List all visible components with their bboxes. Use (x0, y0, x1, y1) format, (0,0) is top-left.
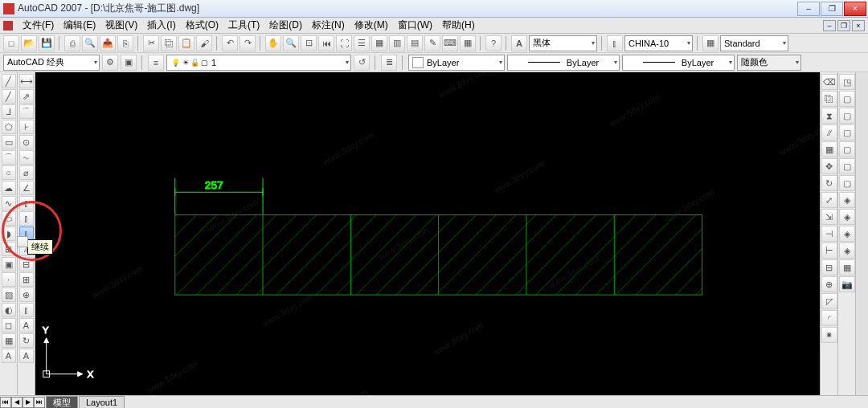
dim-break-icon[interactable]: ⊟ (19, 257, 34, 271)
preview-icon[interactable]: 🔍 (82, 35, 98, 51)
scale-icon[interactable]: ⤢ (821, 192, 837, 208)
left-view-icon[interactable]: ▢ (839, 124, 855, 141)
camera-icon[interactable]: 📷 (839, 276, 855, 292)
ellipse-tool-icon[interactable]: ⬭ (2, 211, 16, 226)
hatch-tool-icon[interactable]: ▨ (2, 288, 16, 302)
spline-tool-icon[interactable]: ∿ (2, 196, 16, 210)
layer-select[interactable]: 💡 ☀ 🔓 ▢ 1 (166, 55, 351, 71)
menu-modify[interactable]: 修改(M) (350, 18, 393, 32)
mdi-minimize-button[interactable]: – (823, 20, 836, 31)
break-icon[interactable]: ⊟ (821, 259, 837, 275)
maximize-button[interactable]: ❐ (821, 2, 843, 16)
drawing-canvas[interactable]: X Y 257 (35, 72, 820, 395)
menu-help[interactable]: 帮助(H) (437, 18, 480, 32)
namedviews-icon[interactable]: ▦ (839, 259, 855, 275)
properties-icon[interactable]: ☰ (354, 35, 370, 51)
textstyle-a-icon[interactable]: A (511, 35, 527, 51)
menu-tools[interactable]: 工具(T) (223, 18, 264, 32)
textstyle-select[interactable]: Standard (720, 35, 788, 51)
stretch-icon[interactable]: ⇲ (821, 209, 837, 225)
menu-view[interactable]: 视图(V) (100, 18, 142, 32)
menu-edit[interactable]: 编辑(E) (59, 18, 100, 32)
mdi-restore-button[interactable]: ❐ (837, 20, 850, 31)
redo-icon[interactable]: ↷ (240, 35, 256, 51)
quickcalc-icon[interactable]: ⌨ (442, 35, 458, 51)
zoom-realtime-icon[interactable]: 🔍 (283, 35, 299, 51)
menu-file[interactable]: 文件(F) (18, 18, 59, 32)
layer-manager-icon[interactable]: ≡ (148, 55, 164, 71)
match-icon[interactable]: 🖌 (196, 35, 212, 51)
extend-icon[interactable]: ⊢ (821, 243, 837, 259)
dim-edit-icon[interactable]: ⫿ (19, 303, 34, 317)
dim-tedit-icon[interactable]: A (19, 318, 34, 333)
bottom-view-icon[interactable]: ▢ (839, 108, 855, 124)
gradient-tool-icon[interactable]: ◐ (2, 303, 16, 317)
arc-tool-icon[interactable]: ⌒ (2, 150, 16, 165)
tab-next-button[interactable]: ▶ (23, 397, 34, 408)
rotate-icon[interactable]: ↻ (821, 175, 837, 191)
open-file-icon[interactable]: 📂 (21, 35, 37, 51)
menu-window[interactable]: 窗口(W) (393, 18, 437, 32)
mdi-close-button[interactable]: × (852, 20, 865, 31)
sw-iso-icon[interactable]: ◈ (839, 192, 855, 208)
dim-update-icon[interactable]: ↻ (19, 333, 34, 348)
dim-baseline-icon[interactable]: ⫿ (19, 211, 34, 226)
xline-tool-icon[interactable]: ╱ (2, 89, 16, 104)
dim-jogged-icon[interactable]: ⏦ (19, 150, 34, 165)
fillet-icon[interactable]: ◜ (821, 310, 837, 326)
point-tool-icon[interactable]: · (2, 272, 16, 287)
ne-iso-icon[interactable]: ◈ (839, 226, 855, 242)
dimstyle-icon[interactable]: ⫿ (607, 35, 623, 51)
polygon-tool-icon[interactable]: ⬠ (2, 120, 16, 134)
zoom-extents-icon[interactable]: ⛶ (336, 35, 352, 51)
tab-layout1[interactable]: Layout1 (79, 396, 125, 408)
cut-icon[interactable]: ✂ (143, 35, 159, 51)
color-select[interactable]: ByLayer (408, 55, 505, 71)
copy-icon[interactable]: ⿻ (161, 35, 177, 51)
dim-ordinate-icon[interactable]: ⊦ (19, 120, 34, 134)
menu-insert[interactable]: 插入(I) (142, 18, 180, 32)
tablestyle-icon[interactable]: ▦ (702, 35, 719, 51)
table-tool-icon[interactable]: ▦ (2, 333, 16, 348)
offset-icon[interactable]: ⫽ (821, 124, 837, 141)
explode-icon[interactable]: ✷ (821, 327, 837, 343)
designcenter-icon[interactable]: ▦ (371, 35, 387, 51)
mirror-icon[interactable]: ⧗ (821, 108, 837, 124)
circle-tool-icon[interactable]: ○ (2, 165, 16, 180)
help-icon[interactable]: ? (485, 35, 502, 51)
polyline-tool-icon[interactable]: ⅃ (2, 104, 16, 119)
zoom-previous-icon[interactable]: ⏮ (318, 35, 334, 51)
rectangle-tool-icon[interactable]: ▭ (2, 135, 16, 149)
revcloud-tool-icon[interactable]: ☁ (2, 181, 16, 195)
plot-icon[interactable]: ⎘ (117, 35, 133, 51)
sheetset-icon[interactable]: ▤ (407, 35, 423, 51)
menu-format[interactable]: 格式(O) (181, 18, 223, 32)
plotstyle-select[interactable]: 随颜色 (737, 55, 801, 71)
tab-last-button[interactable]: ⏭ (34, 397, 45, 408)
trim-icon[interactable]: ⊣ (821, 226, 837, 242)
right-view-icon[interactable]: ▢ (839, 141, 855, 157)
join-icon[interactable]: ⊕ (821, 276, 837, 292)
copy-obj-icon[interactable]: ⿻ (821, 91, 837, 107)
font-select[interactable]: 黑体 (529, 35, 597, 51)
center-mark-icon[interactable]: ⊕ (19, 288, 34, 302)
dim-radius-icon[interactable]: ⊙ (19, 135, 34, 149)
menu-draw[interactable]: 绘图(D) (264, 18, 307, 32)
dimstyle-select[interactable]: CHINA-10 (624, 35, 693, 51)
makeblock-tool-icon[interactable]: ▣ (2, 257, 16, 271)
dim-angular-icon[interactable]: ∠ (19, 181, 34, 195)
insertblock-tool-icon[interactable]: ⊞ (2, 242, 16, 256)
lineweight-select[interactable]: ByLayer (622, 55, 735, 71)
save-file-icon[interactable]: 💾 (39, 35, 55, 51)
paste-icon[interactable]: 📋 (178, 35, 194, 51)
move-icon[interactable]: ✥ (821, 158, 837, 174)
dim-style-icon[interactable]: A (19, 349, 34, 363)
linetype-select[interactable]: ByLayer (507, 55, 620, 71)
tab-model[interactable]: 模型 (46, 396, 78, 408)
view3d-icon[interactable]: ◳ (839, 74, 855, 90)
menu-dimension[interactable]: 标注(N) (307, 18, 350, 32)
nw-iso-icon[interactable]: ◈ (839, 243, 855, 259)
toolpalette-icon[interactable]: ▥ (389, 35, 405, 51)
back-view-icon[interactable]: ▢ (839, 175, 855, 191)
chamfer-icon[interactable]: ◸ (821, 293, 837, 309)
